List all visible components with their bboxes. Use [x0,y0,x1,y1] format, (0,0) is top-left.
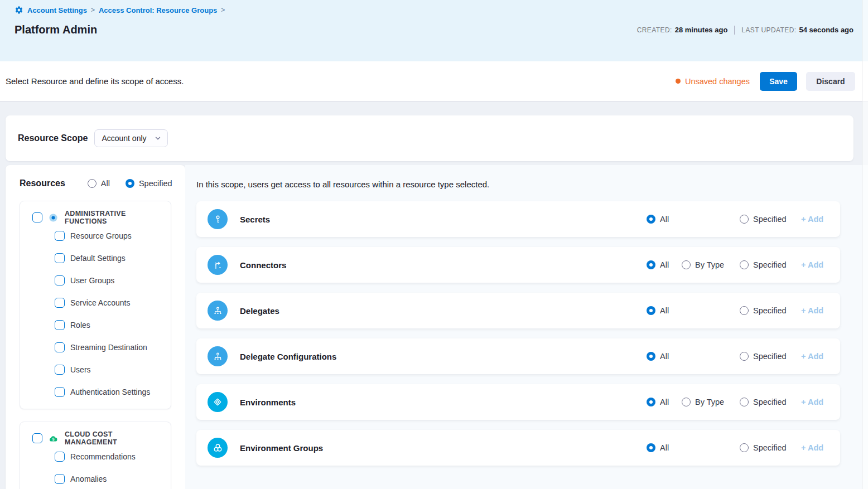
item-label: Roles [70,321,90,330]
last-updated-value: 54 seconds ago [799,26,853,34]
option-label: By Type [695,260,724,269]
created-label: CREATED: [637,26,672,34]
scope-option-specified[interactable]: Specified [740,215,801,224]
radio-icon[interactable] [647,352,655,361]
item-checkbox[interactable] [55,474,65,484]
scope-option-specified[interactable]: Specified [740,306,801,315]
meta-divider [734,26,735,35]
item-checkbox[interactable] [55,342,65,352]
scope-option-specified[interactable]: Specified [740,443,801,452]
resource-type-item: Default Settings [55,247,166,269]
item-label: Resource Groups [70,231,132,240]
save-button[interactable]: Save [760,72,797,91]
chevron-down-icon [154,134,162,142]
connector-icon [208,255,228,275]
key-icon [208,209,228,229]
page-title: Platform Admin [15,23,97,36]
created-value: 28 minutes ago [675,26,728,34]
add-button[interactable]: + Add [801,352,840,361]
resource-row: Delegate ConfigurationsAllSpecified+ Add [196,338,840,374]
item-checkbox[interactable] [55,365,65,375]
resource-row-label: Delegates [240,306,647,316]
scope-option-all[interactable]: All [647,398,682,406]
option-label: All [660,306,669,315]
breadcrumb-account-settings[interactable]: Account Settings [27,6,87,14]
resource-row-label: Delegate Configurations [240,352,647,361]
discard-button[interactable]: Discard [806,72,855,91]
unsaved-dot-icon [676,79,681,84]
radio-icon[interactable] [740,260,749,269]
resource-scope-value: Account only [102,134,154,143]
option-label: Specified [753,306,787,315]
item-checkbox[interactable] [55,320,65,330]
add-button[interactable]: + Add [801,443,840,452]
add-button[interactable]: + Add [801,260,840,269]
radio-icon[interactable] [740,443,749,452]
radio-icon[interactable] [647,260,655,269]
scope-option-all[interactable]: All [647,352,682,361]
admin-functions-icon [49,213,58,222]
scope-option-all[interactable]: All [647,215,682,224]
scope-option-by-type[interactable]: By Type [682,260,740,269]
group-checkbox[interactable] [32,433,42,443]
scope-option-specified[interactable]: Specified [740,260,801,269]
item-checkbox[interactable] [55,387,65,397]
group-label: ADMINISTRATIVE FUNCTIONS [65,210,166,225]
resource-scope-label: Resource Scope [18,133,88,143]
option-label: By Type [695,398,724,406]
radio-icon[interactable] [740,352,749,361]
scope-option-all[interactable]: All [647,306,682,315]
radio-icon[interactable] [647,215,655,224]
item-checkbox[interactable] [55,275,65,285]
item-label: Recommendations [70,452,136,461]
resource-row: SecretsAllSpecified+ Add [196,201,840,237]
resource-type-item: Roles [55,314,166,336]
scope-option-specified[interactable]: Specified [740,352,801,361]
resource-type-item: Streaming Destination [55,336,166,359]
group-checkbox[interactable] [32,212,42,222]
scope-option-all[interactable]: All [647,443,682,452]
scope-option-specified[interactable]: Specified [740,398,801,406]
breadcrumb-resource-groups[interactable]: Access Control: Resource Groups [99,6,217,14]
resource-group-card: $CLOUD COST MANAGEMENTRecommendationsAno… [20,422,171,489]
item-checkbox[interactable] [55,452,65,462]
resources-title: Resources [20,178,65,188]
resource-type-item: Service Accounts [55,292,166,314]
cloud-cost-icon: $ [49,434,58,443]
delegate-configuration-icon [208,346,228,366]
add-button[interactable]: + Add [801,215,840,224]
radio-icon[interactable] [740,398,749,406]
option-label: Specified [753,215,787,224]
scope-option-by-type[interactable]: By Type [682,398,740,406]
resource-row: DelegatesAllSpecified+ Add [196,293,840,328]
scrollbar-gutter[interactable] [862,0,868,489]
breadcrumb-separator: > [221,6,225,14]
radio-icon[interactable] [682,398,691,406]
radio-icon[interactable] [647,443,655,452]
item-checkbox[interactable] [55,231,65,241]
resources-view-option-specified[interactable]: Specified [126,179,172,188]
resource-row: EnvironmentsAllBy TypeSpecified+ Add [196,384,840,420]
radio-icon[interactable] [88,179,97,188]
resource-scope-dropdown[interactable]: Account only [94,129,168,147]
item-checkbox[interactable] [55,253,65,263]
unsaved-changes-indicator: Unsaved changes [676,77,750,86]
radio-icon[interactable] [647,306,655,315]
add-button[interactable]: + Add [801,306,840,315]
item-label: Anomalies [70,475,107,483]
resource-row-label: Secrets [240,215,647,224]
radio-icon[interactable] [647,398,655,406]
radio-icon[interactable] [740,215,749,224]
item-checkbox[interactable] [55,298,65,308]
radio-icon[interactable] [126,179,134,188]
resource-scope-card: Resource Scope Account only [6,115,853,161]
option-label: All [660,260,669,269]
item-label: User Groups [70,276,114,285]
add-button[interactable]: + Add [801,398,840,406]
last-updated-label: LAST UPDATED: [741,26,796,34]
resources-view-option-all[interactable]: All [88,179,110,188]
radio-icon[interactable] [682,260,691,269]
scope-option-all[interactable]: All [647,260,682,269]
header-meta: CREATED: 28 minutes ago LAST UPDATED: 54… [637,26,853,35]
radio-icon[interactable] [740,306,749,315]
